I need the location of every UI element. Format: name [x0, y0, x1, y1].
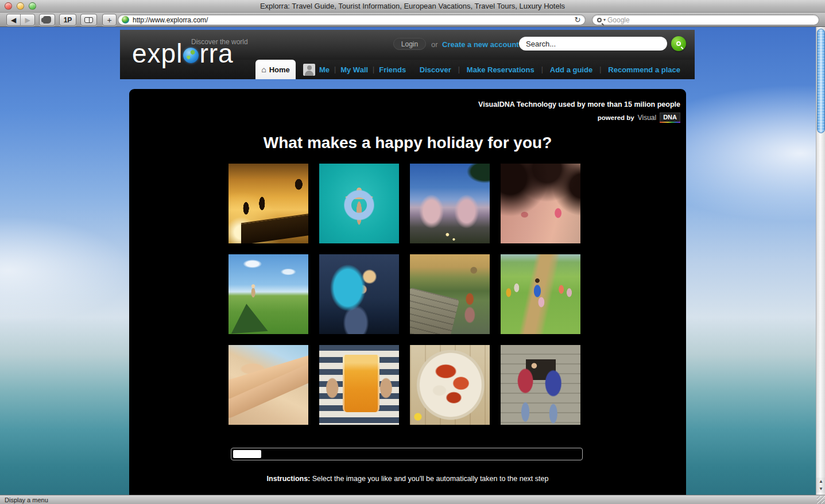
- quiz-image-beer-mug[interactable]: [319, 345, 399, 425]
- quiz-image-camping-tent[interactable]: [228, 254, 308, 334]
- tab-row: ⌂ Home Me | My Wall | Friends Discover |…: [120, 60, 695, 79]
- site-favicon-globe-icon: [122, 16, 129, 24]
- scroll-down-button[interactable]: ▼: [816, 485, 825, 493]
- or-label: or: [431, 40, 438, 49]
- minimize-button[interactable]: [17, 2, 24, 10]
- progress-fill: [233, 450, 261, 458]
- forward-icon: ▶: [25, 16, 30, 24]
- status-bar: Display a menu: [0, 495, 825, 504]
- quiz-image-funny-faces[interactable]: [501, 164, 580, 243]
- search-icon: [676, 41, 681, 46]
- page-viewport: expl rra Discover the world Login or Cre…: [0, 27, 825, 495]
- quiz-image-beach-deck-chairs[interactable]: [410, 164, 490, 243]
- tab-home[interactable]: ⌂ Home: [255, 60, 296, 79]
- tab-friends[interactable]: Friends: [379, 65, 406, 74]
- history-nav-group: ◀ ▶: [6, 14, 35, 26]
- quiz-image-lobster-plate[interactable]: [410, 345, 490, 425]
- question-heading: What makes a happy holiday for you?: [129, 134, 686, 152]
- nav-add-a-guide[interactable]: Add a guide: [550, 65, 592, 74]
- separator: |: [458, 65, 460, 73]
- quiz-panel: VisualDNA Technology used by more than 1…: [129, 89, 686, 495]
- quiz-image-backpackers-wall[interactable]: [501, 345, 580, 425]
- tab-me[interactable]: Me: [319, 65, 330, 74]
- login-button[interactable]: Login: [393, 38, 426, 50]
- quiz-image-grid: [228, 164, 580, 425]
- onepassword-button[interactable]: 1P: [59, 14, 76, 26]
- tab-my-wall[interactable]: My Wall: [340, 65, 368, 74]
- vertical-scrollbar[interactable]: ▲ ▼: [816, 27, 825, 495]
- avatar: [303, 64, 315, 76]
- tab-home-label: Home: [269, 65, 290, 74]
- scroll-buttons: ▲ ▼: [816, 478, 825, 493]
- tagline: Discover the world: [191, 38, 248, 46]
- scrollbar-thumb[interactable]: [817, 29, 825, 133]
- create-account-link[interactable]: Create a new account: [442, 40, 519, 49]
- site-header: expl rra Discover the world Login or Cre…: [120, 30, 695, 79]
- back-button[interactable]: ◀: [7, 14, 21, 25]
- quiz-image-sunset-dock-jump[interactable]: [228, 164, 308, 243]
- scroll-up-button[interactable]: ▲: [816, 478, 825, 485]
- powered-by: powered by Visual DNA: [598, 113, 680, 122]
- quiz-image-piggyback-couple[interactable]: [319, 254, 399, 334]
- visualdna-logo-word: Visual: [638, 114, 656, 122]
- instructions: Instructions: Select the image you like …: [129, 475, 686, 483]
- site-search-input[interactable]: [519, 37, 667, 51]
- back-icon: ◀: [11, 16, 16, 24]
- nav-make-reservations[interactable]: Make Reservations: [467, 65, 534, 74]
- new-tab-button[interactable]: +: [102, 14, 117, 26]
- separator: |: [334, 65, 336, 73]
- main-nav: Discover | Make Reservations | Add a gui…: [420, 65, 680, 74]
- powered-by-label: powered by: [598, 114, 634, 121]
- visualdna-logo-dna: DNA: [660, 113, 680, 122]
- zoom-button[interactable]: [29, 2, 36, 10]
- reload-button[interactable]: ↻: [574, 15, 582, 24]
- title-bar: Explorra: Travel Guide, Tourist Informat…: [0, 0, 825, 13]
- quiz-image-great-wall[interactable]: [410, 254, 490, 334]
- separator: |: [373, 65, 374, 73]
- resize-grip[interactable]: [817, 496, 824, 503]
- evernote-icon: [43, 16, 51, 24]
- search-engine-caret-icon[interactable]: ▾: [603, 17, 606, 22]
- book-icon: [84, 17, 93, 23]
- google-search-field[interactable]: ▾: [592, 14, 819, 25]
- window-title: Explorra: Travel Guide, Tourist Informat…: [0, 2, 825, 10]
- nav-discover[interactable]: Discover: [420, 65, 451, 74]
- close-button[interactable]: [5, 2, 12, 10]
- separator: |: [599, 65, 601, 73]
- visualdna-tech-line: VisualDNA Technology used by more than 1…: [478, 100, 680, 108]
- separator: |: [541, 65, 543, 73]
- google-search-input[interactable]: [607, 16, 814, 24]
- status-text: Display a menu: [0, 497, 48, 503]
- evernote-button[interactable]: [39, 14, 55, 26]
- quiz-image-children-playing[interactable]: [501, 254, 580, 334]
- magnifier-icon: [597, 18, 602, 22]
- instructions-text: Select the image you like and you'll be …: [310, 475, 548, 483]
- instructions-label: Instructions:: [267, 475, 311, 483]
- quiz-image-sandy-feet[interactable]: [228, 345, 308, 425]
- home-icon: ⌂: [261, 65, 266, 73]
- nav-recommend-a-place[interactable]: Recommend a place: [608, 65, 680, 74]
- browser-window: Explorra: Travel Guide, Tourist Informat…: [0, 0, 825, 504]
- quiz-image-float-ring-sea[interactable]: [319, 164, 399, 243]
- traffic-lights: [5, 2, 36, 10]
- bookmarks-button[interactable]: [80, 14, 97, 26]
- address-bar[interactable]: ↻: [118, 14, 586, 25]
- browser-toolbar: ◀ ▶ 1P + ↻ ▾: [0, 13, 825, 27]
- site-search-button[interactable]: [671, 36, 686, 51]
- forward-button[interactable]: ▶: [21, 14, 34, 25]
- address-input[interactable]: [129, 16, 574, 24]
- progress-bar: [231, 448, 583, 460]
